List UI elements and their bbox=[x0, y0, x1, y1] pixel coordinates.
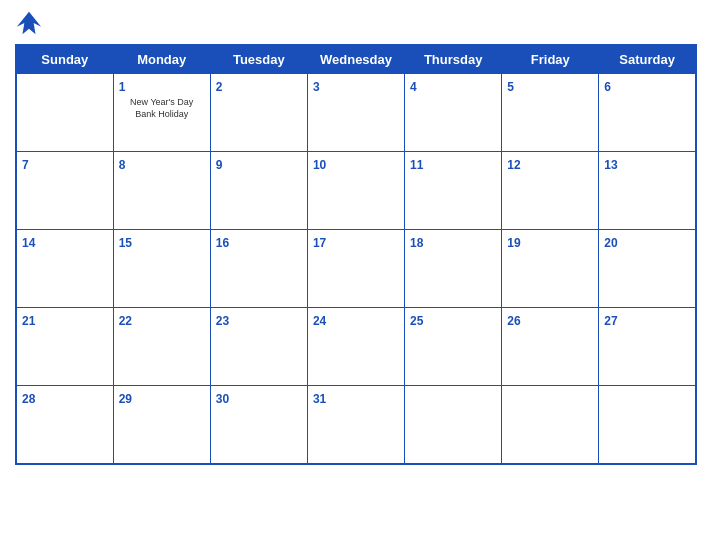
week-row-4: 21222324252627 bbox=[16, 308, 696, 386]
date-number: 6 bbox=[604, 80, 611, 94]
date-number: 5 bbox=[507, 80, 514, 94]
date-number: 7 bbox=[22, 158, 29, 172]
header-thursday: Thursday bbox=[405, 45, 502, 74]
date-number: 12 bbox=[507, 158, 520, 172]
cell-week2-day6: 13 bbox=[599, 152, 696, 230]
date-number: 26 bbox=[507, 314, 520, 328]
week-row-3: 14151617181920 bbox=[16, 230, 696, 308]
cell-week1-day6: 6 bbox=[599, 74, 696, 152]
calendar-header bbox=[15, 10, 697, 38]
cell-week4-day6: 27 bbox=[599, 308, 696, 386]
week-row-2: 78910111213 bbox=[16, 152, 696, 230]
cell-week5-day1: 29 bbox=[113, 386, 210, 464]
header-tuesday: Tuesday bbox=[210, 45, 307, 74]
date-number: 17 bbox=[313, 236, 326, 250]
date-number: 2 bbox=[216, 80, 223, 94]
header-sunday: Sunday bbox=[16, 45, 113, 74]
date-number: 23 bbox=[216, 314, 229, 328]
cell-week1-day4: 4 bbox=[405, 74, 502, 152]
date-number: 9 bbox=[216, 158, 223, 172]
logo bbox=[15, 10, 47, 38]
week-row-5: 28293031 bbox=[16, 386, 696, 464]
date-number: 13 bbox=[604, 158, 617, 172]
date-number: 16 bbox=[216, 236, 229, 250]
cell-week2-day2: 9 bbox=[210, 152, 307, 230]
cell-week4-day4: 25 bbox=[405, 308, 502, 386]
header-wednesday: Wednesday bbox=[307, 45, 404, 74]
cell-week5-day3: 31 bbox=[307, 386, 404, 464]
cell-week2-day0: 7 bbox=[16, 152, 113, 230]
cell-week1-day0 bbox=[16, 74, 113, 152]
date-number: 22 bbox=[119, 314, 132, 328]
cell-week2-day3: 10 bbox=[307, 152, 404, 230]
header-saturday: Saturday bbox=[599, 45, 696, 74]
cell-week4-day3: 24 bbox=[307, 308, 404, 386]
date-number: 15 bbox=[119, 236, 132, 250]
date-number: 24 bbox=[313, 314, 326, 328]
cell-week4-day5: 26 bbox=[502, 308, 599, 386]
date-number: 21 bbox=[22, 314, 35, 328]
cell-week1-day3: 3 bbox=[307, 74, 404, 152]
cell-week4-day2: 23 bbox=[210, 308, 307, 386]
cell-week3-day0: 14 bbox=[16, 230, 113, 308]
cell-week5-day5 bbox=[502, 386, 599, 464]
logo-bird-icon bbox=[15, 10, 43, 38]
calendar-table: Sunday Monday Tuesday Wednesday Thursday… bbox=[15, 44, 697, 465]
header-friday: Friday bbox=[502, 45, 599, 74]
date-number: 19 bbox=[507, 236, 520, 250]
cell-week2-day4: 11 bbox=[405, 152, 502, 230]
date-number: 1 bbox=[119, 80, 126, 94]
holiday-label: New Year's Day Bank Holiday bbox=[119, 97, 205, 120]
date-number: 25 bbox=[410, 314, 423, 328]
cell-week3-day2: 16 bbox=[210, 230, 307, 308]
weekday-header-row: Sunday Monday Tuesday Wednesday Thursday… bbox=[16, 45, 696, 74]
country-label bbox=[637, 10, 697, 14]
date-number: 31 bbox=[313, 392, 326, 406]
date-number: 3 bbox=[313, 80, 320, 94]
cell-week1-day2: 2 bbox=[210, 74, 307, 152]
cell-week5-day4 bbox=[405, 386, 502, 464]
date-number: 28 bbox=[22, 392, 35, 406]
cell-week1-day5: 5 bbox=[502, 74, 599, 152]
date-number: 27 bbox=[604, 314, 617, 328]
header-monday: Monday bbox=[113, 45, 210, 74]
cell-week4-day0: 21 bbox=[16, 308, 113, 386]
cell-week4-day1: 22 bbox=[113, 308, 210, 386]
week-row-1: 1New Year's Day Bank Holiday23456 bbox=[16, 74, 696, 152]
cell-week5-day0: 28 bbox=[16, 386, 113, 464]
cell-week1-day1: 1New Year's Day Bank Holiday bbox=[113, 74, 210, 152]
date-number: 30 bbox=[216, 392, 229, 406]
cell-week5-day6 bbox=[599, 386, 696, 464]
date-number: 18 bbox=[410, 236, 423, 250]
cell-week5-day2: 30 bbox=[210, 386, 307, 464]
cell-week3-day6: 20 bbox=[599, 230, 696, 308]
date-number: 14 bbox=[22, 236, 35, 250]
cell-week2-day1: 8 bbox=[113, 152, 210, 230]
date-number: 11 bbox=[410, 158, 423, 172]
cell-week3-day1: 15 bbox=[113, 230, 210, 308]
date-number: 29 bbox=[119, 392, 132, 406]
date-number: 4 bbox=[410, 80, 417, 94]
date-number: 8 bbox=[119, 158, 126, 172]
date-number: 20 bbox=[604, 236, 617, 250]
calendar-body: 1New Year's Day Bank Holiday234567891011… bbox=[16, 74, 696, 464]
calendar-wrapper: Sunday Monday Tuesday Wednesday Thursday… bbox=[0, 0, 712, 550]
svg-marker-0 bbox=[17, 12, 41, 34]
date-number: 10 bbox=[313, 158, 326, 172]
cell-week2-day5: 12 bbox=[502, 152, 599, 230]
cell-week3-day4: 18 bbox=[405, 230, 502, 308]
cell-week3-day3: 17 bbox=[307, 230, 404, 308]
cell-week3-day5: 19 bbox=[502, 230, 599, 308]
